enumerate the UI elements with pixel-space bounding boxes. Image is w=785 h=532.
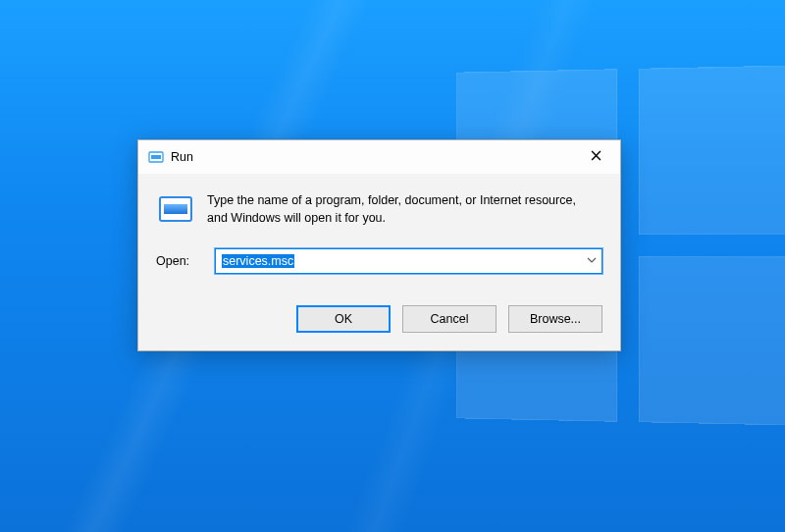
- dialog-body: Type the name of a program, folder, docu…: [138, 174, 620, 292]
- svg-rect-1: [151, 155, 161, 159]
- dialog-button-row: OK Cancel Browse...: [138, 292, 620, 350]
- titlebar[interactable]: Run: [138, 140, 620, 174]
- close-icon: [591, 150, 602, 164]
- dialog-description: Type the name of a program, folder, docu…: [207, 191, 580, 227]
- chevron-down-icon: [587, 254, 597, 268]
- close-button[interactable]: [573, 141, 618, 173]
- open-label: Open:: [156, 254, 197, 268]
- desktop-background: Run: [0, 0, 785, 532]
- combobox-dropdown-button[interactable]: [582, 254, 602, 268]
- run-titlebar-icon: [148, 149, 164, 165]
- svg-rect-4: [164, 204, 187, 214]
- open-combobox[interactable]: services.msc: [215, 248, 602, 274]
- cancel-button[interactable]: Cancel: [402, 305, 497, 333]
- run-dialog-icon: [158, 191, 193, 227]
- browse-button[interactable]: Browse...: [508, 305, 602, 333]
- open-input-value[interactable]: services.msc: [216, 252, 582, 270]
- run-dialog: Run: [137, 139, 621, 351]
- ok-button[interactable]: OK: [296, 305, 391, 333]
- window-title: Run: [171, 150, 193, 164]
